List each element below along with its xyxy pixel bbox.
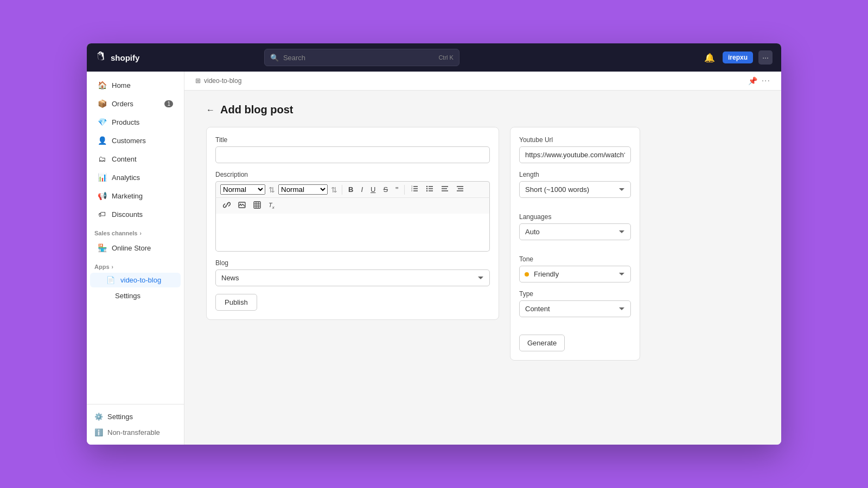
marketing-icon: 📢	[98, 191, 106, 200]
more-button[interactable]: ···	[758, 50, 773, 65]
svg-point-6	[426, 186, 427, 187]
toolbar-sort-icon: ⇅	[269, 185, 275, 194]
form-layout: Title Description Normal Hea	[206, 127, 760, 361]
youtube-url-input[interactable]	[519, 146, 631, 163]
sidebar-item-video-to-blog[interactable]: 📄 video-to-blog	[90, 273, 181, 287]
breadcrumb: ⊞ video-to-blog	[195, 77, 241, 85]
search-shortcut: Ctrl K	[438, 54, 454, 61]
type-select[interactable]: Content Tutorial Review News	[519, 300, 631, 317]
generate-button[interactable]: Generate	[519, 335, 565, 351]
sidebar-settings-button[interactable]: ⚙️ Settings	[87, 409, 184, 425]
youtube-url-field: Youtube Url	[519, 136, 631, 163]
blog-select[interactable]: News	[215, 269, 490, 286]
settings-icon: ⚙️	[94, 413, 103, 421]
paragraph-style-select[interactable]: Normal Heading 1 Heading 2	[220, 184, 265, 195]
search-bar[interactable]: 🔍 Ctrl K	[264, 49, 459, 66]
title-input[interactable]	[215, 146, 490, 163]
orders-badge: 1	[164, 100, 173, 107]
search-input[interactable]	[283, 54, 435, 62]
breadcrumb-actions: 📌 ···	[748, 76, 770, 86]
underline-button[interactable]: U	[368, 184, 378, 195]
tone-label: Tone	[519, 255, 631, 263]
table-button[interactable]	[251, 200, 264, 211]
chevron-right-icon: ›	[140, 230, 142, 236]
sidebar-item-products[interactable]: 💎 Products	[90, 113, 181, 131]
svg-rect-21	[254, 202, 260, 208]
title-field: Title	[215, 136, 490, 163]
description-field: Description Normal Heading 1 Heading 2 ⇅	[215, 171, 490, 252]
breadcrumb-icon: ⊞	[195, 77, 201, 85]
more-options-button[interactable]: ···	[762, 76, 770, 86]
content-icon: 🗂	[98, 155, 106, 163]
content-area: ⊞ video-to-blog 📌 ··· ← Add blog post	[184, 72, 781, 445]
page-title: Add blog post	[220, 104, 293, 116]
pin-button[interactable]: 📌	[748, 76, 757, 85]
title-label: Title	[215, 136, 490, 144]
image-button[interactable]	[235, 200, 248, 211]
sidebar-item-discounts[interactable]: 🏷 Discounts	[90, 206, 181, 223]
sidebar-item-online-store[interactable]: 🏪 Online Store	[90, 239, 181, 256]
length-field: Length Short (~1000 words) Medium (~2000…	[519, 171, 631, 206]
form-sidebar: Youtube Url Length Short (~1000 words) M…	[510, 127, 640, 361]
sidebar-item-content[interactable]: 🗂 Content	[90, 150, 181, 168]
length-select[interactable]: Short (~1000 words) Medium (~2000 words)…	[519, 181, 631, 198]
sidebar-bottom: ⚙️ Settings ℹ️ Non-transferable	[87, 404, 184, 445]
orders-icon: 📦	[98, 99, 106, 108]
chevron-right-icon-apps: ›	[112, 264, 113, 270]
languages-label: Languages	[519, 213, 631, 221]
languages-select[interactable]: Auto English Spanish French	[519, 223, 631, 240]
toolbar-sort-icon2: ⇅	[331, 185, 337, 194]
blockquote-button[interactable]: "	[393, 184, 401, 195]
sidebar-item-settings-sub[interactable]: Settings	[90, 288, 181, 303]
sidebar-item-customers[interactable]: 👤 Customers	[90, 132, 181, 149]
page-header: ← Add blog post	[206, 104, 760, 116]
strikethrough-button[interactable]: S	[380, 184, 391, 195]
blog-field: Blog News	[215, 259, 490, 286]
notifications-button[interactable]: 🔔	[702, 50, 717, 65]
clear-format-button[interactable]: Tx	[266, 201, 277, 211]
bold-button[interactable]: B	[346, 184, 356, 195]
non-transferable-label: ℹ️ Non-transferable	[87, 425, 184, 440]
online-store-icon: 🏪	[98, 243, 106, 252]
sidebar-item-analytics[interactable]: 📊 Analytics	[90, 169, 181, 186]
user-badge[interactable]: irepxu	[723, 52, 753, 63]
blog-label: Blog	[215, 259, 490, 267]
home-icon: 🏠	[98, 81, 106, 89]
languages-field: Languages Auto English Spanish French	[519, 213, 631, 248]
sidebar-item-home[interactable]: 🏠 Home	[90, 76, 181, 94]
back-button[interactable]: ←	[206, 105, 215, 115]
ordered-list-button[interactable]: 123	[408, 184, 421, 195]
type-field: Type Content Tutorial Review News	[519, 290, 631, 325]
font-style-select[interactable]: Normal Monospace	[278, 184, 328, 195]
breadcrumb-bar: ⊞ video-to-blog 📌 ···	[184, 72, 781, 91]
link-button[interactable]	[220, 200, 233, 211]
type-label: Type	[519, 290, 631, 298]
page-content: ← Add blog post Title	[184, 91, 781, 445]
main-card: Title Description Normal Hea	[206, 127, 499, 320]
sales-channels-section[interactable]: Sales channels ›	[87, 223, 184, 239]
topnav-right: 🔔 irepxu ···	[702, 50, 773, 65]
align-button[interactable]	[438, 184, 451, 195]
description-label: Description	[215, 171, 490, 178]
sidebar-item-orders[interactable]: 📦 Orders 1	[90, 95, 181, 112]
form-main: Title Description Normal Hea	[206, 127, 499, 320]
logo-text: shopify	[111, 53, 139, 62]
length-label: Length	[519, 171, 631, 178]
italic-button[interactable]: I	[358, 184, 366, 195]
toolbar-divider	[342, 185, 342, 195]
publish-button[interactable]: Publish	[215, 294, 257, 311]
sidebar-item-marketing[interactable]: 📢 Marketing	[90, 187, 181, 204]
apps-section[interactable]: Apps ›	[87, 257, 184, 272]
svg-point-8	[426, 190, 427, 191]
tone-select[interactable]: Friendly Professional Casual Formal	[519, 266, 631, 282]
sidebar-card: Youtube Url Length Short (~1000 words) M…	[510, 127, 640, 361]
svg-text:3: 3	[411, 189, 413, 192]
sidebar: 🏠 Home 📦 Orders 1 💎 Products 👤 Customers…	[87, 72, 184, 445]
video-to-blog-icon: 📄	[106, 276, 115, 284]
description-editor[interactable]	[215, 214, 490, 252]
outdent-button[interactable]	[454, 184, 467, 195]
products-icon: 💎	[98, 118, 106, 126]
breadcrumb-app[interactable]: video-to-blog	[204, 77, 241, 85]
analytics-icon: 📊	[98, 173, 106, 182]
unordered-list-button[interactable]	[423, 184, 436, 195]
